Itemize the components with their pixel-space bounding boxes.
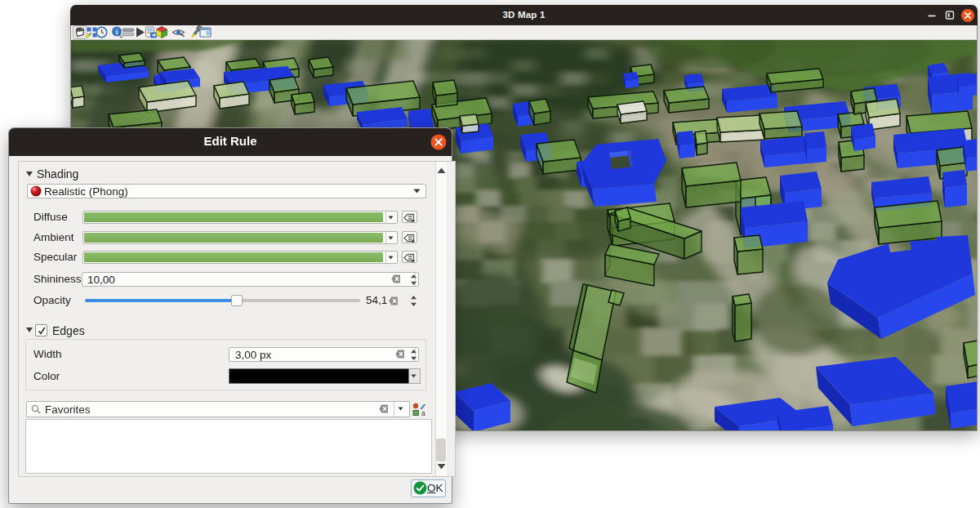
svg-text:a: a	[421, 409, 425, 417]
